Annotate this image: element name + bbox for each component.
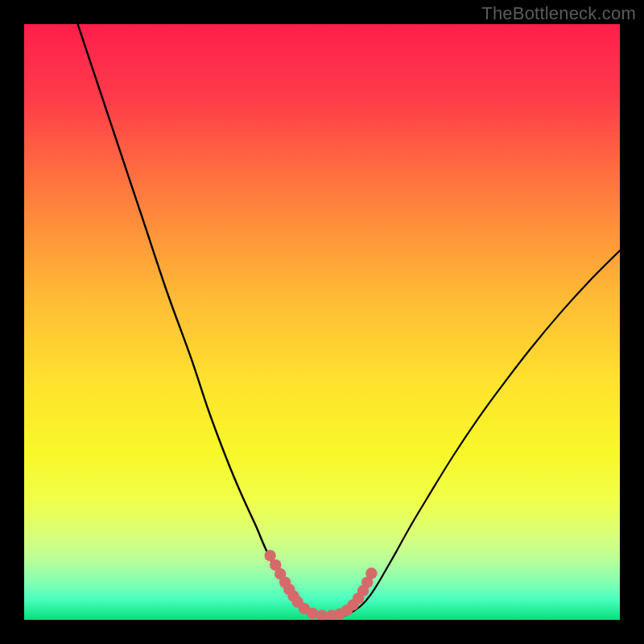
highlight-markers [264,550,377,620]
right-branch-curve [334,250,620,617]
chart-stage: TheBottleneck.com [0,0,644,644]
watermark-text: TheBottleneck.com [481,3,636,24]
left-branch-curve [78,24,334,617]
marker-dot [365,568,377,579]
curve-layer [24,24,620,620]
plot-area [24,24,620,620]
